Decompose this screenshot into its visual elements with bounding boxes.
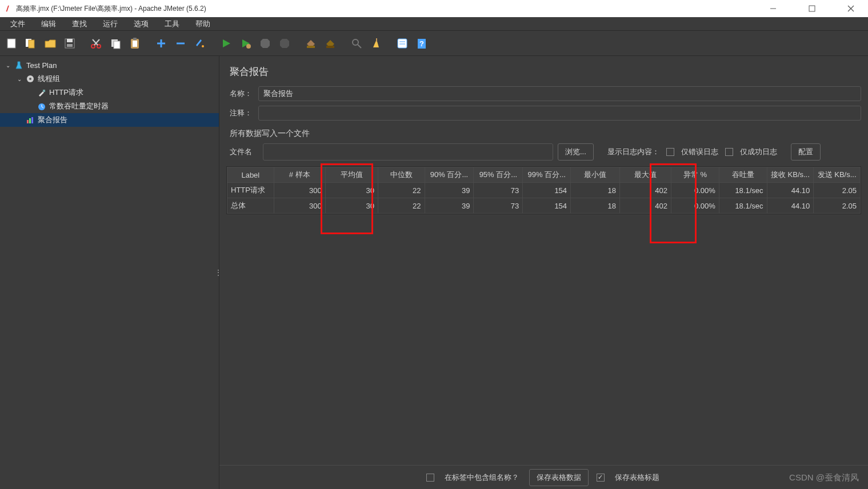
window-maximize-button[interactable]	[799, 2, 825, 15]
shutdown-icon[interactable]	[277, 35, 293, 51]
new-icon[interactable]	[3, 35, 19, 51]
success-only-label: 仅成功日志	[738, 147, 779, 157]
col-min[interactable]: 最小值	[571, 167, 620, 183]
filename-input[interactable]	[263, 143, 553, 161]
cell-max: 402	[619, 183, 671, 198]
cell-min: 18	[571, 183, 620, 198]
svg-point-22	[202, 45, 204, 47]
save-icon[interactable]	[62, 35, 78, 51]
tree-item-http-request[interactable]: HTTP请求	[0, 86, 219, 99]
tree-item-aggregate-report[interactable]: 聚合报告	[0, 113, 219, 127]
success-only-checkbox[interactable]	[725, 148, 733, 156]
cell-sent: 2.05	[814, 183, 861, 198]
cell-min: 18	[571, 198, 620, 214]
templates-icon[interactable]	[23, 35, 39, 51]
window-close-button[interactable]	[838, 2, 863, 15]
svg-rect-1	[809, 6, 815, 11]
start-no-timers-icon[interactable]	[238, 35, 254, 51]
toolbar: ?	[0, 31, 868, 56]
test-plan-tree[interactable]: ⌄ Test Plan ⌄ 线程组 HTTP请求 常数吞吐量定时器 聚合报告	[0, 56, 219, 489]
reset-search-icon[interactable]	[368, 35, 384, 51]
clear-all-icon[interactable]	[322, 35, 338, 51]
menu-run[interactable]: 运行	[95, 18, 126, 30]
col-throughput[interactable]: 吞吐量	[719, 167, 767, 183]
col-p90[interactable]: 90% 百分...	[425, 167, 474, 183]
col-recv-kb[interactable]: 接收 KB/s...	[767, 167, 814, 183]
errors-only-label: 仅错误日志	[679, 147, 721, 157]
errors-only-checkbox[interactable]	[666, 148, 674, 156]
cell-samples: 300	[274, 183, 325, 198]
menu-search[interactable]: 查找	[64, 18, 95, 30]
col-samples[interactable]: # 样本	[274, 167, 325, 183]
comment-input[interactable]	[258, 106, 861, 121]
col-median[interactable]: 中位数	[378, 167, 425, 183]
write-all-label: 所有数据写入一个文件	[230, 129, 861, 139]
jmeter-app-icon	[5, 5, 13, 13]
tree-label: 线程组	[38, 74, 60, 84]
col-p95[interactable]: 95% 百分...	[474, 167, 523, 183]
col-error[interactable]: 异常 %	[671, 167, 719, 183]
browse-button[interactable]: 浏览...	[558, 143, 594, 161]
name-input[interactable]	[258, 86, 861, 101]
table-header-row[interactable]: Label # 样本 平均值 中位数 90% 百分... 95% 百分... 9…	[227, 167, 861, 183]
cell-samples: 300	[274, 198, 325, 214]
table-row[interactable]: HTTP请求 300 30 22 39 73 154 18 402 0.00% …	[227, 183, 861, 198]
col-average[interactable]: 平均值	[325, 167, 378, 183]
search-icon[interactable]	[349, 35, 365, 51]
tree-toggle-icon[interactable]: ⌄	[5, 62, 11, 69]
tree-item-thread-group[interactable]: ⌄ 线程组	[0, 72, 219, 86]
col-label[interactable]: Label	[227, 167, 274, 183]
cell-label: 总体	[227, 198, 274, 214]
svg-rect-46	[31, 117, 33, 123]
tree-item-test-plan[interactable]: ⌄ Test Plan	[0, 58, 219, 72]
stop-icon[interactable]	[257, 35, 273, 51]
panel-footer: 在标签中包含组名称？ 保存表格数据 保存表格标题	[219, 465, 868, 489]
watermark-text: CSDN @蚕食清风	[789, 472, 859, 483]
menu-help[interactable]: 帮助	[187, 18, 218, 30]
svg-rect-17	[133, 41, 137, 47]
filename-label: 文件名	[230, 147, 258, 157]
open-icon[interactable]	[42, 35, 58, 51]
col-max[interactable]: 最大值	[619, 167, 671, 183]
cell-sent: 2.05	[814, 198, 861, 214]
start-icon[interactable]	[218, 35, 234, 51]
paste-icon[interactable]	[127, 35, 143, 51]
collapse-icon[interactable]	[173, 35, 189, 51]
save-header-checkbox[interactable]	[597, 474, 605, 482]
help-icon[interactable]: ?	[414, 35, 430, 51]
table-row[interactable]: 总体 300 30 22 39 73 154 18 402 0.00% 18.1…	[227, 198, 861, 214]
cell-err: 0.00%	[671, 183, 719, 198]
clear-icon[interactable]	[303, 35, 319, 51]
menu-file[interactable]: 文件	[2, 18, 33, 30]
cell-p99: 154	[523, 198, 571, 214]
splitter-handle[interactable]: ⋮	[215, 268, 222, 276]
col-sent-kb[interactable]: 发送 KB/s...	[814, 167, 861, 183]
menu-edit[interactable]: 编辑	[33, 18, 64, 30]
tree-item-constant-throughput-timer[interactable]: 常数吞吐量定时器	[0, 99, 219, 113]
col-p99[interactable]: 99% 百分...	[523, 167, 571, 183]
save-table-data-button[interactable]: 保存表格数据	[529, 469, 589, 486]
menu-options[interactable]: 选项	[126, 18, 157, 30]
cell-p90: 39	[425, 198, 474, 214]
svg-rect-40	[43, 90, 45, 92]
include-group-checkbox[interactable]	[426, 474, 434, 482]
tree-toggle-icon[interactable]: ⌄	[16, 76, 23, 82]
window-minimize-button[interactable]	[761, 2, 786, 15]
svg-point-25	[246, 44, 251, 49]
function-helper-icon[interactable]	[394, 35, 410, 51]
svg-rect-18	[133, 38, 137, 40]
beaker-icon	[14, 60, 24, 70]
copy-icon[interactable]	[107, 35, 123, 51]
gear-icon	[25, 74, 35, 84]
svg-rect-32	[376, 38, 377, 42]
toggle-icon[interactable]	[192, 35, 208, 51]
expand-icon[interactable]	[153, 35, 169, 51]
configure-button[interactable]: 配置	[791, 143, 821, 161]
menu-tools[interactable]: 工具	[157, 18, 187, 30]
pipette-icon	[37, 87, 47, 98]
svg-rect-44	[27, 120, 29, 123]
cut-icon[interactable]	[88, 35, 104, 51]
results-table[interactable]: Label # 样本 平均值 中位数 90% 百分... 95% 百分... 9…	[227, 167, 861, 214]
svg-marker-23	[223, 39, 230, 47]
cell-p95: 73	[474, 183, 523, 198]
